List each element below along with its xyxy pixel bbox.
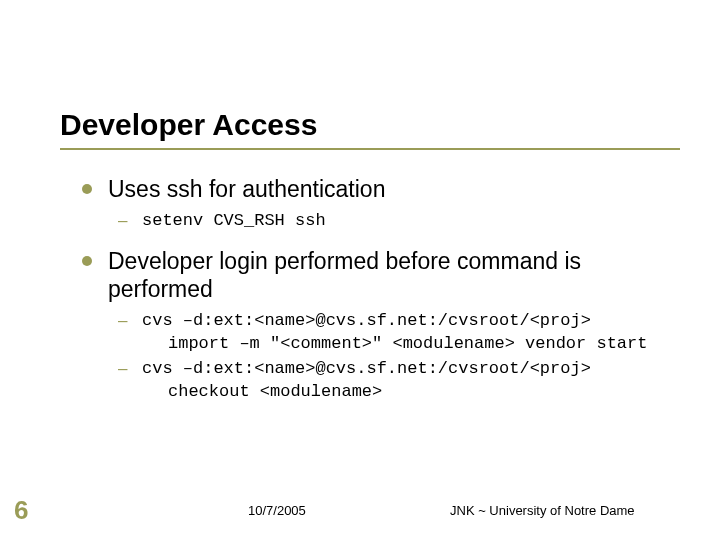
- bullet-item: Developer login performed before command…: [80, 247, 670, 404]
- code-line: cvs –d:ext:<name>@cvs.sf.net:/cvsroot/<p…: [142, 359, 591, 378]
- code-line: checkout <modulename>: [142, 381, 670, 404]
- code-line: setenv CVS_RSH ssh: [142, 211, 326, 230]
- sub-bullet-list: cvs –d:ext:<name>@cvs.sf.net:/cvsroot/<p…: [108, 310, 670, 404]
- code-line: cvs –d:ext:<name>@cvs.sf.net:/cvsroot/<p…: [142, 311, 591, 330]
- bullet-text: Uses ssh for authentication: [108, 176, 385, 202]
- title-underline: [60, 148, 680, 150]
- slide-content: Uses ssh for authentication setenv CVS_R…: [80, 175, 670, 418]
- slide: Developer Access Uses ssh for authentica…: [0, 0, 720, 540]
- slide-title: Developer Access: [60, 108, 317, 142]
- footer-affiliation: JNK ~ University of Notre Dame: [450, 503, 635, 518]
- bullet-item: Uses ssh for authentication setenv CVS_R…: [80, 175, 670, 233]
- sub-bullet-list: setenv CVS_RSH ssh: [108, 210, 670, 233]
- sub-bullet-item: cvs –d:ext:<name>@cvs.sf.net:/cvsroot/<p…: [108, 310, 670, 356]
- sub-bullet-item: cvs –d:ext:<name>@cvs.sf.net:/cvsroot/<p…: [108, 358, 670, 404]
- page-number: 6: [14, 495, 28, 526]
- bullet-list: Uses ssh for authentication setenv CVS_R…: [80, 175, 670, 404]
- code-line: import –m "<comment>" <modulename> vendo…: [142, 333, 670, 356]
- sub-bullet-item: setenv CVS_RSH ssh: [108, 210, 670, 233]
- bullet-text: Developer login performed before command…: [108, 248, 581, 303]
- footer-date: 10/7/2005: [248, 503, 306, 518]
